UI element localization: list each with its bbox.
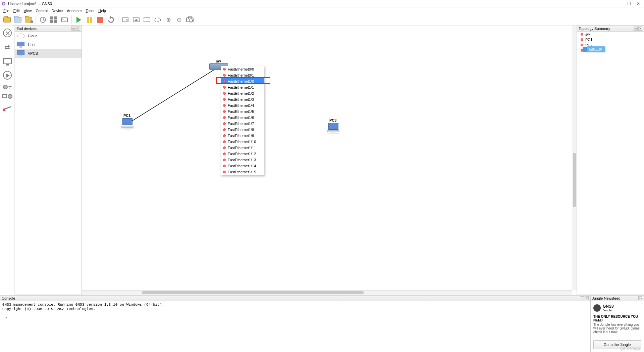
device-dock: ⇄ ⇄	[0, 26, 15, 295]
ctx-item-fastethernet1-5[interactable]: FastEthernet1/5	[221, 108, 264, 115]
menubar: File Edit View Control Device Annotate T…	[0, 7, 644, 14]
ctx-item-label: FastEthernet1/5	[228, 109, 254, 114]
port-led-icon	[223, 110, 226, 113]
ctx-item-fastethernet0-0[interactable]: FastEthernet0/0	[221, 66, 264, 72]
ctx-item-fastethernet1-13[interactable]: FastEthernet1/13	[221, 157, 264, 163]
port-led-icon	[223, 122, 226, 125]
window-minimize[interactable]: —	[617, 1, 622, 6]
upload-badge[interactable]: 拖拽上传	[587, 46, 605, 52]
ctx-item-fastethernet1-9[interactable]: FastEthernet1/9	[221, 133, 264, 139]
ctx-item-fastethernet1-14[interactable]: FastEthernet1/14	[221, 163, 264, 169]
toolbar: ⊕ ⊖	[0, 14, 644, 26]
window-close[interactable]: ✕	[636, 1, 641, 6]
canvas-hscroll[interactable]	[82, 290, 572, 295]
ctx-item-fastethernet1-11[interactable]: FastEthernet1/11	[221, 145, 264, 151]
node-label-pc3: PC3	[329, 118, 336, 122]
status-led-icon	[581, 44, 583, 46]
topo-item-pc1[interactable]: PC1	[577, 37, 644, 42]
menu-device[interactable]: Device	[50, 8, 65, 13]
ctx-item-fastethernet1-4[interactable]: FastEthernet1/4	[221, 102, 264, 108]
menu-control[interactable]: Control	[34, 8, 49, 13]
dock-add-link-cancel[interactable]	[1, 102, 13, 114]
port-led-icon	[223, 140, 226, 143]
tb-image[interactable]	[131, 15, 141, 25]
topo-item-sw[interactable]: sw	[577, 32, 644, 37]
status-led-icon	[581, 33, 583, 36]
tb-annotate[interactable]	[120, 15, 130, 25]
ctx-item-fastethernet0-1[interactable]: FastEthernet0/1	[221, 72, 264, 78]
tb-ellipse[interactable]	[153, 15, 163, 25]
dock-security[interactable]	[1, 69, 13, 81]
ctx-item-fastethernet1-2[interactable]: FastEthernet1/2	[221, 90, 264, 96]
ctx-item-label: FastEthernet1/7	[228, 122, 254, 126]
jungle-undock[interactable]: ▭	[638, 296, 642, 300]
menu-help[interactable]: Help	[96, 8, 108, 13]
end-devices-close[interactable]: ✕	[76, 27, 80, 31]
ctx-item-label: FastEthernet0/0	[228, 67, 254, 71]
dock-routers[interactable]	[1, 27, 13, 39]
ctx-item-label: FastEthernet1/14	[228, 164, 256, 168]
dock-end-devices[interactable]	[1, 55, 13, 67]
tb-zoom-out[interactable]: ⊖	[174, 15, 184, 25]
port-led-icon	[223, 98, 226, 101]
menu-edit[interactable]: Edit	[11, 8, 22, 13]
ctx-item-fastethernet1-6[interactable]: FastEthernet1/6	[221, 115, 264, 121]
port-led-icon	[223, 80, 226, 83]
ctx-item-label: FastEthernet1/1	[228, 85, 254, 89]
tb-save[interactable]	[23, 15, 34, 25]
console-output[interactable]: GNS3 management console. Running GNS3 ve…	[0, 301, 590, 352]
ctx-item-fastethernet1-1[interactable]: FastEthernet1/1	[221, 84, 264, 90]
ctx-item-fastethernet1-0[interactable]: FastEthernet1/0	[221, 78, 264, 84]
tb-grid[interactable]	[49, 15, 59, 25]
ctx-item-label: FastEthernet1/3	[228, 97, 254, 101]
dock-all-row2[interactable]	[1, 93, 13, 100]
port-led-icon	[223, 92, 226, 95]
menu-view[interactable]: View	[22, 8, 34, 13]
device-vpcs[interactable]: VPCS	[15, 49, 82, 58]
window-maximize[interactable]: ☐	[627, 1, 631, 6]
topology-close[interactable]: ✕	[638, 27, 642, 31]
tb-zoom-in[interactable]: ⊕	[163, 15, 173, 25]
ctx-item-fastethernet1-12[interactable]: FastEthernet1/12	[221, 151, 264, 157]
ctx-item-fastethernet1-3[interactable]: FastEthernet1/3	[221, 96, 264, 102]
dock-all-row[interactable]: ⇄	[1, 83, 13, 91]
dock-switches[interactable]: ⇄	[1, 41, 13, 53]
tb-open2[interactable]	[13, 15, 23, 25]
canvas-vscroll[interactable]	[572, 26, 577, 290]
ctx-item-fastethernet1-10[interactable]: FastEthernet1/10	[221, 139, 264, 145]
tb-pause[interactable]	[85, 15, 95, 25]
workspace-canvas[interactable]: sw PC1 PC3 FastEthernet0/0FastEthernet0/…	[82, 26, 577, 295]
menu-annotate[interactable]: Annotate	[65, 8, 84, 13]
device-cloud[interactable]: Cloud	[15, 32, 82, 40]
status-led-icon	[581, 38, 583, 41]
node-pc3[interactable]	[327, 123, 340, 134]
device-label: VPCS	[28, 51, 38, 55]
tb-screenshot[interactable]	[185, 15, 195, 25]
node-label-pc1: PC1	[123, 114, 130, 118]
tb-stop[interactable]	[95, 15, 105, 25]
tb-start[interactable]	[74, 15, 84, 25]
topology-undock[interactable]: ▭	[634, 27, 638, 31]
tb-console[interactable]	[59, 15, 69, 25]
ctx-item-fastethernet1-15[interactable]: FastEthernet1/15	[221, 169, 264, 175]
ctx-item-fastethernet1-8[interactable]: FastEthernet1/8	[221, 127, 264, 133]
node-pc1[interactable]	[121, 118, 134, 130]
tb-reload[interactable]	[106, 15, 116, 25]
port-led-icon	[223, 128, 226, 131]
console-undock[interactable]: ▭	[580, 296, 584, 300]
interface-context-menu: FastEthernet0/0FastEthernet0/1FastEthern…	[221, 66, 264, 175]
ctx-item-label: FastEthernet1/12	[228, 152, 256, 156]
ctx-item-fastethernet1-7[interactable]: FastEthernet1/7	[221, 121, 264, 127]
tb-rect[interactable]	[142, 15, 152, 25]
ctx-item-label: FastEthernet1/6	[228, 116, 254, 120]
tb-snapshot[interactable]	[38, 15, 48, 25]
menu-tools[interactable]: Tools	[84, 8, 97, 13]
console-close[interactable]: ✕	[585, 296, 589, 300]
menu-file[interactable]: File	[1, 8, 11, 13]
end-devices-undock[interactable]: ▭	[71, 27, 75, 31]
tb-open[interactable]	[2, 15, 12, 25]
device-host[interactable]: Host	[15, 40, 82, 49]
port-led-icon	[223, 165, 226, 167]
port-led-icon	[223, 116, 226, 119]
jungle-headline: THE ONLY RESOURCE YOU NEED	[593, 315, 641, 322]
